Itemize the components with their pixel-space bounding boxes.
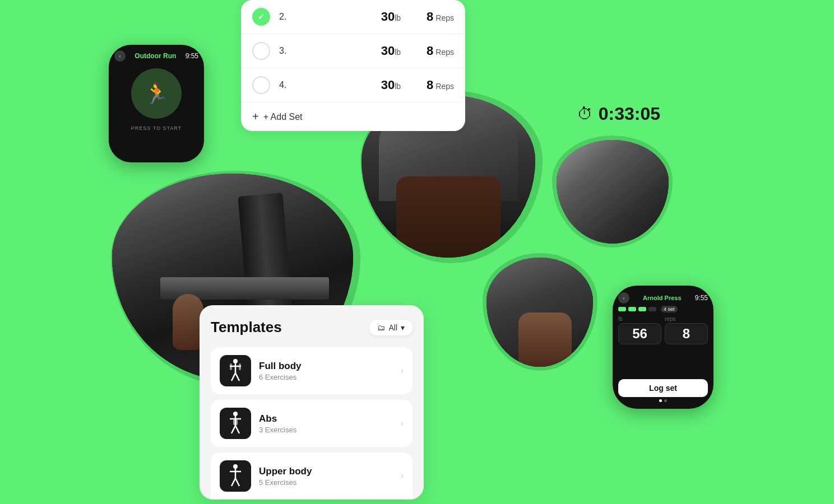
fullbody-icon [220, 355, 251, 386]
set-reps-label-4: Reps [435, 82, 454, 91]
set-row-2: ✓ 2. 30lb 8Reps [241, 0, 465, 34]
set-weight-3: 30 [381, 44, 395, 58]
set-dot-4 [648, 307, 656, 311]
third-chevron-icon: › [401, 471, 404, 481]
svg-line-11 [235, 426, 239, 433]
fullbody-chevron-icon: › [401, 366, 404, 376]
watch-outdoor-run: ‹ Outdoor Run 9:55 🏃 PRESS TO START [109, 45, 204, 162]
svg-line-16 [231, 478, 235, 486]
set-reps-3: 8 [427, 44, 433, 58]
set-row-3: 3. 30lb 8Reps [241, 34, 465, 68]
svg-rect-12 [233, 419, 238, 425]
svg-point-7 [233, 412, 238, 416]
reps-box[interactable]: 8 [665, 323, 708, 344]
timer-icon: ⏱ [577, 105, 593, 123]
abs-name: Abs [259, 413, 393, 424]
arnold-time: 9:55 [695, 294, 708, 302]
third-icon [220, 460, 251, 492]
set-weight-unit-3: lb [395, 48, 401, 57]
set-row-4: 4. 30lb 8Reps [241, 68, 465, 102]
add-set-button[interactable]: + + Add Set [241, 102, 465, 131]
svg-rect-6 [239, 363, 241, 370]
watch-header: ‹ Outdoor Run 9:55 [114, 50, 198, 62]
arnold-title: Arnold Press [643, 295, 681, 301]
svg-rect-5 [230, 363, 232, 370]
add-set-label: + Add Set [263, 112, 303, 122]
run-button[interactable]: 🏃 [131, 68, 182, 119]
gym-image-right-bottom [486, 258, 593, 367]
log-set-button[interactable]: Log set [618, 379, 708, 397]
watch-arnold-press: ‹ Arnold Press 9:55 4 set lb 56 reps 8 L… [613, 286, 713, 409]
template-item-abs[interactable]: Abs 3 Exercises › [211, 400, 413, 447]
third-info: Upper body 5 Exercises [259, 466, 393, 487]
set-reps-4: 8 [427, 78, 433, 92]
set-checkbox-3[interactable] [252, 42, 270, 60]
set-reps-label-2: Reps [435, 13, 454, 22]
abs-chevron-icon: › [401, 418, 404, 428]
back-chevron-icon: ‹ [119, 53, 121, 59]
weight-label: lb [618, 316, 661, 322]
svg-point-13 [233, 464, 238, 469]
set-weight-unit-4: lb [395, 82, 401, 91]
watch-outdoor-title: Outdoor Run [135, 52, 176, 60]
set-badge: 4 set [661, 306, 678, 312]
chevron-down-icon: ▾ [401, 323, 405, 332]
set-dot-2 [628, 307, 636, 311]
set-reps-label-3: Reps [435, 48, 454, 57]
template-item-third[interactable]: Upper body 5 Exercises › [211, 452, 413, 500]
set-weight-2: 30 [381, 10, 395, 24]
set-checkbox-4[interactable] [252, 76, 270, 94]
timer-value: 0:33:05 [599, 104, 660, 124]
runner-icon: 🏃 [144, 82, 169, 105]
third-exercises: 5 Exercises [259, 478, 393, 487]
svg-line-17 [235, 478, 239, 486]
filter-label: All [388, 323, 397, 332]
set-number-3: 3. [279, 46, 296, 56]
set-reps-2: 8 [427, 10, 433, 24]
svg-line-3 [231, 373, 235, 381]
set-number-4: 4. [279, 80, 296, 90]
fullbody-exercises: 6 Exercises [259, 373, 393, 381]
watch-back-button[interactable]: ‹ [114, 50, 126, 62]
abs-exercises: 3 Exercises [259, 426, 393, 434]
watch-outdoor-time: 9:55 [186, 52, 198, 60]
templates-header: Templates 🗂 All ▾ [211, 319, 413, 336]
svg-line-10 [231, 426, 235, 433]
set-weight-unit-2: lb [395, 13, 401, 22]
reps-value: 8 [671, 327, 702, 340]
templates-title: Templates [211, 319, 282, 336]
reps-label: reps [665, 316, 708, 322]
abs-info: Abs 3 Exercises [259, 413, 393, 434]
set-weight-4: 30 [381, 78, 395, 92]
page-dot-2 [664, 399, 667, 402]
weight-value: 56 [624, 327, 655, 340]
third-name: Upper body [259, 466, 393, 477]
set-dot-1 [618, 307, 626, 311]
sets-card: ✓ 2. 30lb 8Reps 3. 30lb 8Reps 4. 30lb 8R… [241, 0, 465, 131]
fullbody-info: Full body 6 Exercises [259, 361, 393, 381]
template-item-fullbody[interactable]: Full body 6 Exercises › [211, 347, 413, 394]
weight-box[interactable]: 56 [618, 323, 661, 344]
svg-point-0 [233, 359, 238, 363]
press-to-start-label: PRESS TO START [131, 125, 182, 131]
sets-indicator: 4 set [618, 306, 708, 312]
set-number-2: 2. [279, 12, 296, 22]
weight-reps-row: lb 56 reps 8 [618, 316, 708, 344]
fullbody-name: Full body [259, 361, 393, 372]
page-dot-1 [659, 399, 662, 402]
filter-button[interactable]: 🗂 All ▾ [369, 320, 413, 335]
arnold-back-button[interactable]: ‹ [618, 292, 629, 304]
set-dot-3 [638, 307, 646, 311]
svg-line-4 [235, 373, 239, 381]
set-checkbox-2[interactable]: ✓ [252, 8, 270, 26]
folder-icon: 🗂 [377, 323, 385, 332]
arnold-watch-header: ‹ Arnold Press 9:55 [618, 292, 708, 304]
arnold-back-icon: ‹ [623, 295, 624, 301]
timer-display: ⏱ 0:33:05 [577, 104, 660, 124]
watch-page-dots [618, 399, 708, 402]
templates-card: Templates 🗂 All ▾ Full body 6 Exercises … [200, 305, 424, 500]
abs-icon [220, 408, 251, 439]
gym-image-right-top [557, 140, 669, 244]
